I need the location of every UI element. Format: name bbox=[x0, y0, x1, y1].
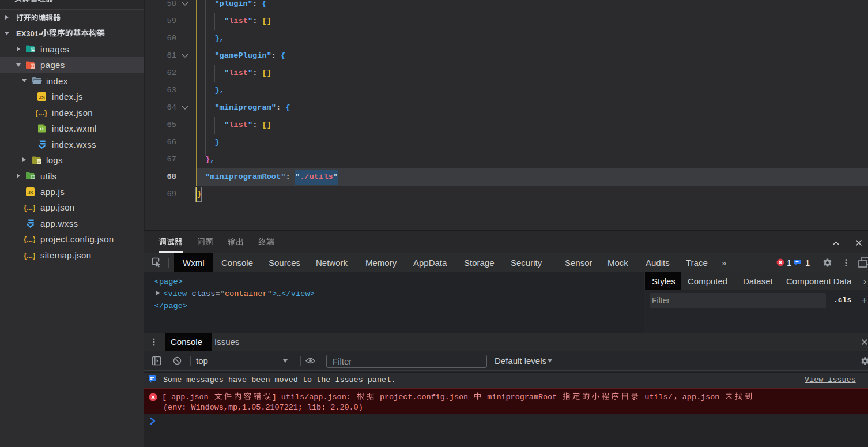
svg-text:JS: JS bbox=[27, 190, 33, 196]
svg-text:JS: JS bbox=[39, 95, 45, 100]
svg-text:{...}: {...} bbox=[24, 235, 35, 243]
svg-text:{...}: {...} bbox=[24, 204, 35, 212]
svg-text:{...}: {...} bbox=[36, 108, 47, 117]
svg-text:{...}: {...} bbox=[24, 251, 35, 260]
